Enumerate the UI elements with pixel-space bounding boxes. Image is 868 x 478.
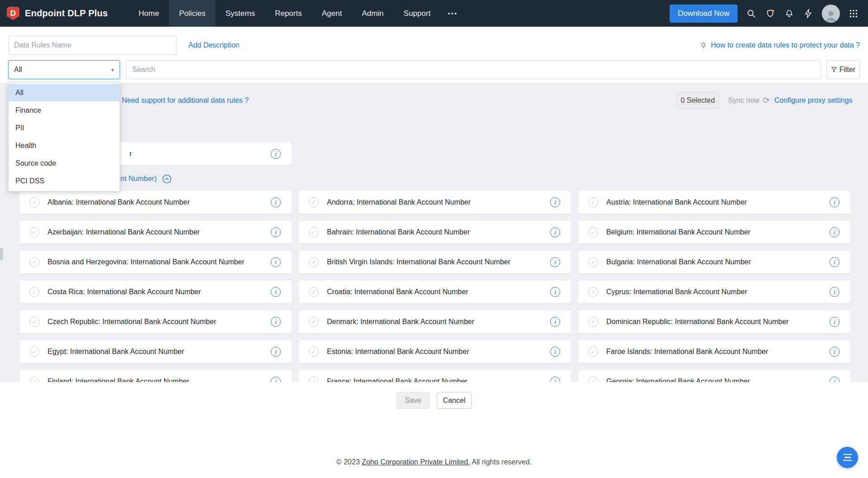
nav-item-home[interactable]: Home	[129, 0, 169, 27]
data-rule-card[interactable]: ✓Czech Republic: International Bank Acco…	[19, 311, 292, 333]
dropdown-option-health[interactable]: Health	[9, 137, 120, 154]
data-rule-card[interactable]: ✓France: International Bank Account Numb…	[299, 370, 571, 382]
data-rule-card[interactable]: ✓Albania: International Bank Account Num…	[19, 191, 292, 214]
notifications-bell-icon[interactable]	[784, 8, 795, 19]
nav-item-support[interactable]: Support	[393, 0, 441, 27]
data-rules-name-input[interactable]	[8, 36, 177, 55]
cancel-button[interactable]: Cancel	[437, 392, 471, 409]
info-icon[interactable]: i	[550, 287, 560, 297]
rule-checkbox[interactable]: ✓	[309, 317, 319, 327]
nav-more-button[interactable]: •••	[441, 10, 465, 17]
sync-now-button[interactable]: Sync now ⟳	[728, 92, 770, 109]
rule-checkbox[interactable]: ✓	[29, 197, 39, 207]
info-icon[interactable]: i	[550, 197, 560, 207]
data-rule-card[interactable]: ✓Egypt: International Bank Account Numbe…	[19, 340, 292, 363]
data-rule-card[interactable]: ✓Belgium: International Bank Account Num…	[578, 221, 850, 244]
search-input[interactable]	[126, 60, 821, 79]
company-link[interactable]: Zoho Corporation Private Limited.	[362, 458, 470, 466]
info-icon[interactable]: i	[271, 347, 281, 357]
rule-checkbox[interactable]: ✓	[309, 227, 319, 237]
search-icon[interactable]	[746, 8, 757, 19]
nav-item-admin[interactable]: Admin	[352, 0, 393, 27]
rule-checkbox[interactable]: ✓	[29, 227, 39, 237]
data-rule-card[interactable]: ✓Bahrain: International Bank Account Num…	[299, 221, 571, 244]
dropdown-option-source-code[interactable]: Source code	[9, 154, 120, 172]
rule-checkbox[interactable]: ✓	[588, 227, 598, 237]
info-icon[interactable]: i	[550, 347, 560, 357]
rule-checkbox[interactable]: ✓	[309, 257, 319, 267]
data-rule-card[interactable]: ✓Denmark: International Bank Account Num…	[299, 311, 571, 333]
help-link[interactable]: How to create data rules to protect your…	[700, 36, 860, 55]
info-icon[interactable]: i	[271, 257, 281, 267]
info-icon[interactable]: i	[550, 377, 560, 382]
rule-checkbox[interactable]: ✓	[309, 287, 319, 297]
data-rule-card[interactable]: ✓Faroe Islands: International Bank Accou…	[578, 340, 850, 363]
rule-checkbox[interactable]: ✓	[588, 287, 598, 297]
rule-checkbox[interactable]: ✓	[309, 377, 319, 382]
info-icon[interactable]: i	[830, 317, 839, 327]
rule-checkbox[interactable]: ✓	[29, 347, 39, 357]
info-icon[interactable]: i	[830, 287, 839, 297]
dropdown-option-finance[interactable]: Finance	[9, 101, 120, 119]
filter-button[interactable]: Filter	[826, 60, 860, 79]
rule-checkbox[interactable]: ✓	[29, 317, 39, 327]
data-rule-card[interactable]: ✓Finland: International Bank Account Num…	[19, 370, 292, 382]
data-rule-card[interactable]: ✓British Virgin Islands: International B…	[299, 251, 571, 273]
rule-checkbox[interactable]: ✓	[588, 317, 598, 327]
data-rule-card[interactable]: ✓Cyprus: International Bank Account Numb…	[578, 281, 850, 303]
rule-checkbox[interactable]: ✓	[29, 377, 39, 382]
nav-item-agent[interactable]: Agent	[312, 0, 352, 27]
rule-checkbox[interactable]: ✓	[29, 287, 39, 297]
download-now-button[interactable]: Download Now	[670, 5, 738, 23]
data-rule-card[interactable]: ✓Croatia: International Bank Account Num…	[299, 281, 571, 303]
data-rule-card[interactable]: ✓Costa Rica: International Bank Account …	[19, 281, 292, 303]
info-icon[interactable]: i	[550, 257, 560, 267]
data-rule-card[interactable]: ✓Dominican Republic: International Bank …	[578, 311, 850, 333]
rule-checkbox[interactable]: ✓	[588, 347, 598, 357]
configure-proxy-link[interactable]: Configure proxy settings	[774, 92, 853, 109]
info-icon[interactable]: i	[271, 227, 281, 237]
info-icon[interactable]: i	[271, 149, 281, 159]
info-icon[interactable]: i	[830, 197, 839, 207]
data-rule-card[interactable]: ✓Estonia: International Bank Account Num…	[299, 340, 571, 363]
info-icon[interactable]: i	[830, 227, 839, 237]
assistant-fab-button[interactable]	[837, 447, 858, 468]
info-icon[interactable]: i	[271, 377, 281, 382]
rule-checkbox[interactable]: ✓	[309, 197, 319, 207]
nav-item-reports[interactable]: Reports	[265, 0, 312, 27]
rule-checkbox[interactable]: ✓	[588, 197, 598, 207]
rule-checkbox[interactable]: ✓	[588, 377, 598, 382]
nav-item-systems[interactable]: Systems	[216, 0, 265, 27]
apps-grid-icon[interactable]	[848, 8, 859, 19]
rule-checkbox[interactable]: ✓	[309, 347, 319, 357]
shield-updates-icon[interactable]	[765, 8, 776, 19]
dropdown-option-pii[interactable]: PII	[9, 119, 120, 137]
info-icon[interactable]: i	[830, 347, 839, 357]
data-rule-card[interactable]: ✓Georgia: International Bank Account Num…	[578, 370, 850, 382]
dropdown-option-all[interactable]: All	[9, 84, 120, 101]
collapse-chevron-up-icon[interactable]	[162, 174, 172, 184]
data-rule-card[interactable]: ✓Azerbaijan: International Bank Account …	[19, 221, 292, 244]
left-panel-handle[interactable]	[0, 248, 3, 260]
nav-item-policies[interactable]: Policies	[169, 0, 216, 27]
rule-checkbox[interactable]: ✓	[588, 257, 598, 267]
data-rule-card[interactable]: ✓Bulgaria: International Bank Account Nu…	[578, 251, 850, 273]
data-rule-card[interactable]: ✓Austria: International Bank Account Num…	[578, 191, 850, 214]
info-icon[interactable]: i	[550, 227, 560, 237]
rule-checkbox[interactable]: ✓	[29, 257, 39, 267]
save-button[interactable]: Save	[397, 392, 430, 409]
info-icon[interactable]: i	[271, 317, 281, 327]
info-icon[interactable]: i	[271, 287, 281, 297]
data-rule-card[interactable]: ✓Bosnia and Herzegovina: International B…	[19, 251, 292, 273]
whats-new-bolt-icon[interactable]	[803, 8, 814, 19]
info-icon[interactable]: i	[830, 377, 839, 382]
add-description-link[interactable]: Add Description	[188, 36, 240, 55]
additional-rules-support-link[interactable]: Need support for additional data rules ?	[122, 92, 249, 109]
category-dropdown[interactable]: All ▾	[8, 60, 120, 79]
data-rule-card[interactable]: ✓Andorra: International Bank Account Num…	[299, 191, 571, 214]
info-icon[interactable]: i	[550, 317, 560, 327]
info-icon[interactable]: i	[271, 197, 281, 207]
dropdown-option-pci-dss[interactable]: PCI DSS	[9, 172, 120, 190]
rule-group-title-fragment[interactable]: nt Number)	[120, 175, 157, 183]
info-icon[interactable]: i	[830, 257, 839, 267]
